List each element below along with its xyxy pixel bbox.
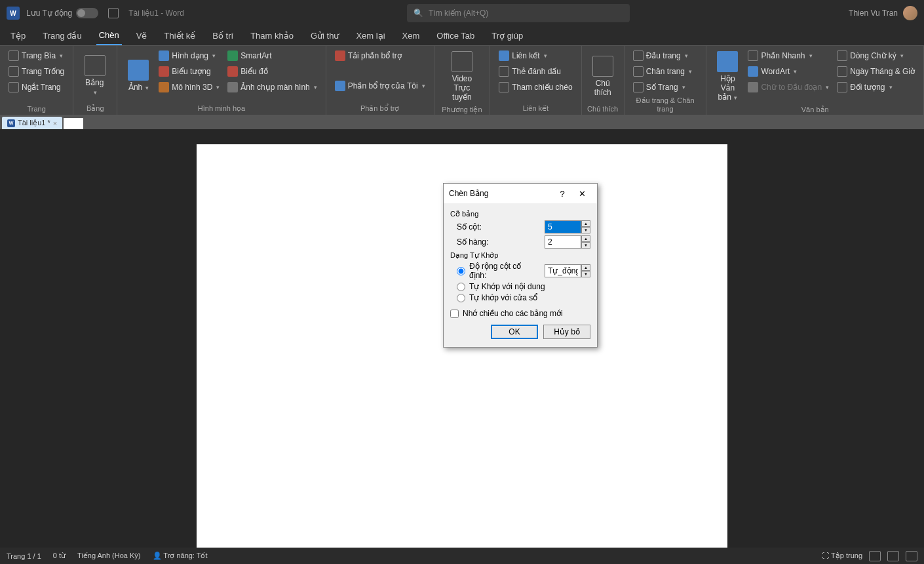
screenshot-button[interactable]: Ảnh chụp màn hình▾	[224, 80, 320, 94]
user-avatar[interactable]	[903, 6, 917, 20]
ribbon-button-label: Liên kết	[512, 51, 539, 60]
rows-up-button[interactable]: ▲	[581, 235, 590, 242]
datetime-button[interactable]: Ngày Tháng & Giờ	[834, 64, 918, 79]
fixed-width-radio[interactable]	[457, 267, 465, 275]
autofit-content-label: Tự Khớp với nội dung	[469, 282, 545, 291]
remember-checkbox[interactable]	[450, 310, 459, 318]
columns-up-button[interactable]: ▲	[581, 220, 590, 227]
online-video-button[interactable]: VideoTrực tuyến	[440, 49, 485, 104]
ribbon-group-label: Phần bổ trợ	[332, 103, 429, 115]
tab-tham-khảo[interactable]: Tham khảo	[248, 27, 296, 45]
toggle-switch[interactable]	[76, 8, 98, 18]
download-addin-icon	[335, 50, 345, 61]
print-layout-icon[interactable]	[887, 551, 899, 561]
textbox-button[interactable]: Hộp Vănbản ▾	[712, 49, 743, 104]
new-tab-button[interactable]	[64, 118, 83, 129]
quick-parts-icon	[748, 50, 758, 61]
bookmark-button[interactable]: Thẻ đánh dấu	[495, 64, 575, 79]
crossref-button[interactable]: Tham chiếu chéo	[495, 80, 575, 94]
tab-tệp[interactable]: Tệp	[8, 27, 28, 45]
table-button[interactable]: Bảng ▾	[79, 49, 111, 103]
cover-page-button[interactable]: Trang Bìa▾	[5, 49, 67, 63]
pictures-button[interactable]: Ảnh ▾	[123, 49, 154, 103]
columns-label: Số cột:	[457, 222, 541, 232]
page-break-button[interactable]: Ngắt Trang	[5, 80, 67, 94]
ribbon-group-liên-kết: Liên kết▾Thẻ đánh dấuTham chiếu chéoLiên…	[490, 46, 581, 115]
ribbon-group-label: Bảng	[79, 103, 111, 115]
fixed-width-input[interactable]	[545, 264, 581, 277]
cancel-button[interactable]: Hủy bỏ	[543, 325, 590, 339]
columns-down-button[interactable]: ▼	[581, 227, 590, 233]
chart-icon	[227, 66, 238, 77]
accessibility-status[interactable]: 👤 Trợ năng: Tốt	[153, 552, 208, 560]
language-indicator[interactable]: Tiếng Anh (Hoa Kỳ)	[77, 552, 140, 560]
page-number-icon	[633, 82, 644, 92]
autofit-window-radio[interactable]	[457, 294, 465, 302]
save-icon[interactable]	[108, 8, 119, 18]
page-number-button[interactable]: Số Trang▾	[630, 80, 695, 94]
ok-button[interactable]: OK	[491, 325, 538, 339]
focus-mode[interactable]: ⛶ Tập trung	[822, 552, 862, 560]
chevron-down-icon: ▾	[94, 89, 97, 96]
autosave-toggle[interactable]: Lưu Tự động	[26, 8, 98, 18]
wordart-button[interactable]: WordArt▾	[744, 64, 832, 79]
ribbon-button-label: Chân trang	[646, 67, 685, 76]
smartart-button[interactable]: SmartArt	[224, 49, 320, 63]
page-indicator[interactable]: Trang 1 / 1	[7, 552, 41, 560]
download-addin-button[interactable]: Tải phần bổ trợ	[332, 49, 429, 63]
tab-trợ-giúp[interactable]: Trợ giúp	[489, 27, 526, 45]
footer-button[interactable]: Chân trang▾	[630, 64, 695, 79]
signature-button[interactable]: Dòng Chữ ký▾	[834, 49, 918, 63]
blank-page-button[interactable]: Trang Trống	[5, 64, 67, 79]
document-tab-label: Tài liệu1 *	[18, 119, 50, 127]
read-mode-icon[interactable]	[869, 551, 881, 561]
width-down-button[interactable]: ▼	[581, 271, 590, 277]
tab-vẽ[interactable]: Vẽ	[134, 27, 150, 45]
chevron-down-icon: ▾	[826, 84, 829, 91]
tab-bố-trí[interactable]: Bố trí	[210, 27, 236, 45]
object-button[interactable]: Đối tượng▾	[834, 80, 918, 94]
tab-trang-đầu[interactable]: Trang đầu	[40, 27, 85, 45]
chart-button[interactable]: Biểu đồ	[224, 64, 320, 79]
search-box[interactable]: 🔍 Tìm kiếm (Alt+Q)	[407, 4, 630, 22]
tab-xem-lại[interactable]: Xem lại	[353, 27, 387, 45]
word-doc-icon: W	[7, 119, 15, 127]
ribbon-button-label: Dòng Chữ ký	[850, 51, 896, 60]
3d-models-button[interactable]: Mô hình 3D▾	[155, 80, 223, 94]
chevron-down-icon: ▾	[685, 52, 688, 59]
autofit-content-radio[interactable]	[457, 283, 465, 291]
pictures-icon	[128, 60, 149, 81]
tab-thiết-kế[interactable]: Thiết kế	[161, 27, 198, 45]
rows-input[interactable]	[545, 235, 581, 249]
screenshot-icon	[227, 82, 238, 92]
header-button[interactable]: Đầu trang▾	[630, 49, 695, 63]
ribbon-group-đầu-trang---chân-trang: Đầu trang▾Chân trang▾Số Trang▾Đầu trang …	[625, 46, 707, 115]
my-addins-button[interactable]: Phần bổ trợ của Tôi▾	[332, 79, 429, 93]
quick-parts-button[interactable]: Phần Nhanh▾	[744, 49, 832, 63]
document-tab[interactable]: W Tài liệu1 * ×	[2, 117, 62, 129]
web-layout-icon[interactable]	[906, 551, 917, 561]
tab-gửi-thư[interactable]: Gửi thư	[308, 27, 341, 45]
shapes-button[interactable]: Hình dạng▾	[155, 49, 223, 63]
tab-chèn[interactable]: Chèn	[96, 26, 122, 45]
chevron-down-icon: ▾	[422, 83, 425, 89]
chevron-down-icon: ▾	[212, 52, 216, 59]
comment-button[interactable]: Chúthích	[587, 49, 619, 104]
rows-down-button[interactable]: ▼	[581, 242, 590, 249]
help-button[interactable]: ?	[552, 189, 572, 199]
word-count[interactable]: 0 từ	[53, 552, 66, 560]
crossref-icon	[499, 82, 509, 92]
tab-office-tab[interactable]: Office Tab	[434, 27, 477, 45]
chevron-down-icon: ▾	[314, 84, 317, 91]
tab-xem[interactable]: Xem	[400, 27, 423, 45]
ribbon-button-label: Ngắt Trang	[22, 83, 61, 92]
columns-input[interactable]	[545, 220, 581, 233]
chevron-down-icon: ▾	[544, 52, 547, 59]
close-button[interactable]: ✕	[572, 189, 592, 199]
shapes-icon	[159, 50, 169, 61]
link-button[interactable]: Liên kết▾	[495, 49, 575, 63]
close-tab-icon[interactable]: ×	[53, 119, 57, 127]
width-up-button[interactable]: ▲	[581, 264, 590, 271]
icons-button[interactable]: Biểu tượng	[155, 64, 223, 79]
dialog-title: Chèn Bảng	[449, 189, 552, 198]
